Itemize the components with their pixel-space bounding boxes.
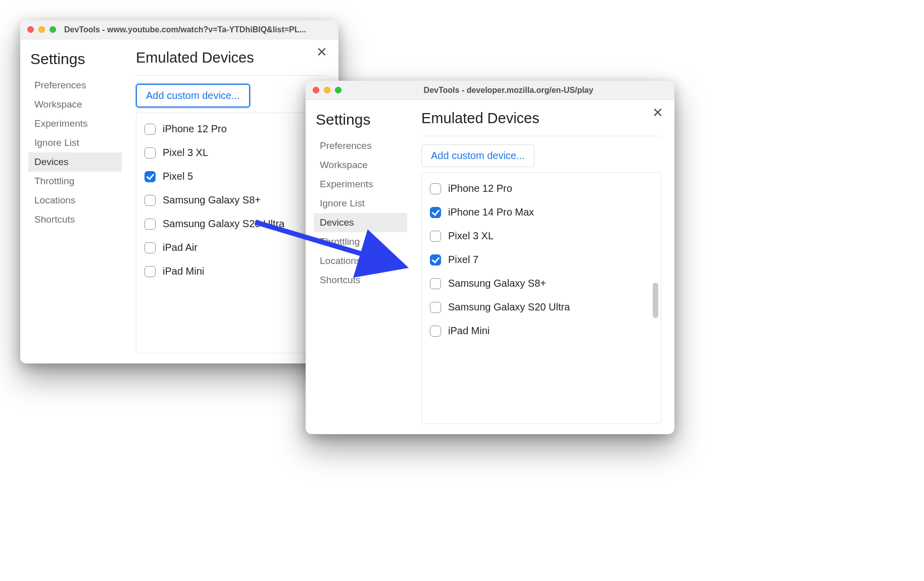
sidebar-item-ignore-list[interactable]: Ignore List	[28, 133, 122, 152]
device-row[interactable]: Pixel 5	[144, 165, 317, 188]
checkbox[interactable]	[430, 326, 441, 337]
sidebar-item-ignore-list[interactable]: Ignore List	[314, 194, 407, 213]
minimize-icon[interactable]	[38, 26, 45, 33]
panel-close-button[interactable]: ✕	[314, 44, 329, 60]
sidebar-item-experiments[interactable]: Experiments	[314, 175, 407, 194]
settings-sidebar: Settings PreferencesWorkspaceExperiments…	[314, 108, 407, 424]
scrollbar-thumb[interactable]	[653, 283, 658, 318]
close-icon[interactable]	[313, 87, 319, 93]
device-label: iPad Air	[163, 242, 198, 253]
device-row[interactable]: iPhone 14 Pro Max	[430, 200, 653, 224]
window-title: DevTools - developer.mozilla.org/en-US/p…	[350, 86, 667, 95]
device-row[interactable]: Pixel 3 XL	[430, 224, 653, 248]
titlebar[interactable]: DevTools - developer.mozilla.org/en-US/p…	[306, 81, 674, 100]
sidebar-item-workspace[interactable]: Workspace	[28, 95, 122, 114]
close-icon[interactable]	[27, 26, 34, 33]
sidebar-item-throttling[interactable]: Throttling	[28, 172, 122, 191]
traffic-lights	[27, 26, 56, 33]
device-label: Pixel 3 XL	[163, 147, 208, 159]
panel-title: Emulated Devices	[136, 49, 325, 76]
window-title: DevTools - www.youtube.com/watch?v=Ta-YT…	[64, 25, 331, 34]
sidebar-item-workspace[interactable]: Workspace	[314, 155, 407, 175]
device-row[interactable]: Samsung Galaxy S20 Ultra	[430, 295, 653, 319]
device-label: Pixel 3 XL	[448, 230, 494, 242]
device-list: iPhone 12 ProiPhone 14 Pro MaxPixel 3 XL…	[421, 172, 661, 424]
traffic-lights	[313, 87, 342, 93]
device-row[interactable]: iPad Mini	[430, 319, 653, 343]
device-label: Samsung Galaxy S8+	[448, 278, 546, 289]
device-label: Pixel 5	[163, 171, 193, 182]
device-list: iPhone 12 ProPixel 3 XLPixel 5Samsung Ga…	[136, 113, 325, 353]
sidebar-item-devices[interactable]: Devices	[28, 152, 122, 172]
maximize-icon[interactable]	[335, 87, 342, 93]
sidebar-item-throttling[interactable]: Throttling	[314, 232, 407, 251]
settings-sidebar: Settings PreferencesWorkspaceExperiments…	[28, 47, 122, 353]
device-row[interactable]: Pixel 7	[430, 248, 653, 272]
sidebar-item-shortcuts[interactable]: Shortcuts	[28, 210, 122, 229]
scrollbar[interactable]	[652, 177, 659, 419]
checkbox[interactable]	[430, 278, 441, 289]
checkbox[interactable]	[144, 266, 156, 277]
checkbox[interactable]	[144, 171, 156, 182]
add-custom-device-button[interactable]: Add custom device...	[421, 144, 534, 167]
device-row[interactable]: Pixel 3 XL	[144, 141, 317, 165]
device-label: Samsung Galaxy S20 Ultra	[163, 218, 284, 230]
device-label: iPad Mini	[163, 266, 204, 277]
checkbox[interactable]	[430, 183, 441, 194]
sidebar-item-locations[interactable]: Locations	[314, 251, 407, 271]
device-row[interactable]: Samsung Galaxy S8+	[430, 272, 653, 295]
device-row[interactable]: iPhone 12 Pro	[144, 117, 317, 141]
device-row[interactable]: iPad Mini	[144, 259, 317, 283]
device-row[interactable]: Samsung Galaxy S20 Ultra	[144, 212, 317, 236]
sidebar-item-devices[interactable]: Devices	[314, 213, 407, 232]
add-custom-device-button[interactable]: Add custom device...	[136, 84, 250, 108]
maximize-icon[interactable]	[50, 26, 56, 33]
device-label: iPhone 12 Pro	[448, 183, 512, 194]
checkbox[interactable]	[144, 219, 156, 230]
checkbox[interactable]	[144, 124, 156, 135]
checkbox[interactable]	[430, 231, 441, 242]
sidebar-item-shortcuts[interactable]: Shortcuts	[314, 271, 407, 290]
device-label: iPad Mini	[448, 325, 490, 337]
checkbox[interactable]	[144, 242, 156, 253]
checkbox[interactable]	[430, 207, 441, 218]
titlebar[interactable]: DevTools - www.youtube.com/watch?v=Ta-YT…	[20, 20, 338, 39]
device-label: Samsung Galaxy S8+	[163, 194, 261, 206]
device-label: iPhone 14 Pro Max	[448, 206, 534, 218]
settings-main: Emulated Devices Add custom device... iP…	[122, 47, 330, 353]
sidebar-item-experiments[interactable]: Experiments	[28, 114, 122, 133]
panel-title: Emulated Devices	[421, 110, 661, 136]
sidebar-item-locations[interactable]: Locations	[28, 191, 122, 210]
devtools-window-right: DevTools - developer.mozilla.org/en-US/p…	[306, 81, 674, 434]
sidebar-item-preferences[interactable]: Preferences	[28, 76, 122, 95]
minimize-icon[interactable]	[324, 87, 330, 93]
device-label: Pixel 7	[448, 254, 478, 266]
checkbox[interactable]	[430, 254, 441, 266]
sidebar-item-preferences[interactable]: Preferences	[314, 136, 407, 155]
devtools-window-left: DevTools - www.youtube.com/watch?v=Ta-YT…	[20, 20, 338, 363]
panel-close-button[interactable]: ✕	[650, 105, 665, 120]
settings-heading: Settings	[316, 111, 407, 128]
device-row[interactable]: iPhone 12 Pro	[430, 177, 653, 200]
device-row[interactable]: iPad Air	[144, 236, 317, 259]
settings-heading: Settings	[30, 50, 122, 68]
checkbox[interactable]	[144, 195, 156, 206]
settings-main: Emulated Devices Add custom device... iP…	[407, 108, 666, 424]
device-label: Samsung Galaxy S20 Ultra	[448, 301, 570, 313]
checkbox[interactable]	[430, 302, 441, 313]
device-label: iPhone 12 Pro	[163, 123, 227, 135]
device-row[interactable]: Samsung Galaxy S8+	[144, 188, 317, 212]
checkbox[interactable]	[144, 147, 156, 159]
